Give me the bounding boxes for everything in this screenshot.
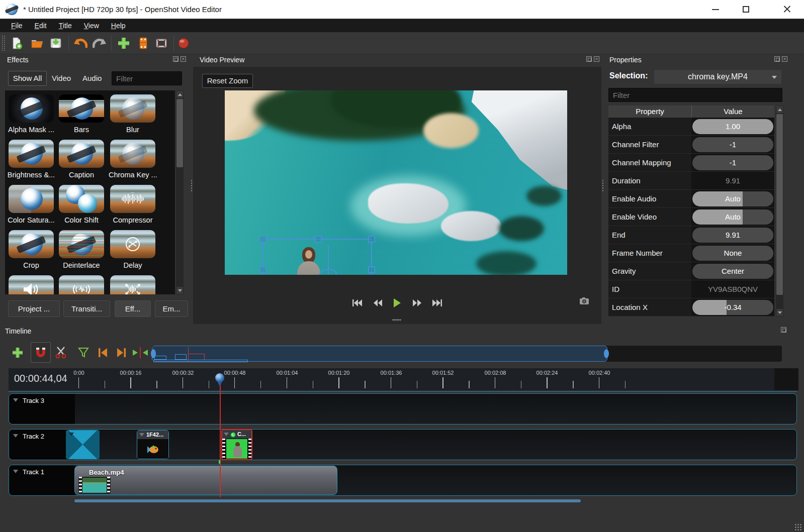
selection-dropdown[interactable]: chroma key.MP4 [654, 70, 781, 84]
track-1-header[interactable]: Track 1 [9, 465, 75, 495]
zoom-slider-left-handle[interactable] [151, 349, 156, 358]
menu-help[interactable]: Help [106, 20, 131, 31]
effect-item[interactable]: ABC 123 Caption [57, 140, 106, 179]
track-2-header[interactable]: Track 2 [9, 430, 75, 460]
property-value[interactable]: -0.34 [692, 300, 773, 315]
preview-float-icon[interactable] [586, 56, 592, 62]
effect-item[interactable] [7, 275, 55, 294]
chevron-down-icon[interactable] [224, 433, 229, 436]
property-value[interactable]: Auto [692, 191, 773, 206]
tab-effects[interactable]: Eff... [115, 300, 151, 317]
scroll-down-icon[interactable] [176, 287, 183, 294]
redo-button[interactable] [91, 36, 108, 51]
play-icon[interactable] [393, 298, 401, 307]
chevron-down-icon[interactable] [79, 471, 84, 474]
timeline-ruler[interactable]: 00:00:44,04 0:00 00:00:16 00:00:32 00:00… [9, 368, 798, 390]
effects-scrollbar-thumb[interactable] [176, 99, 183, 167]
chroma-key-clip-selected[interactable]: CC... [221, 429, 252, 460]
effect-item[interactable]: Chroma Key ... [109, 140, 157, 179]
property-value[interactable]: 9.91 [692, 228, 773, 243]
rewind-icon[interactable] [373, 299, 382, 307]
scroll-down-icon[interactable] [776, 309, 783, 316]
menu-view[interactable]: View [79, 20, 104, 31]
scroll-up-icon[interactable] [776, 106, 783, 113]
add-track-button[interactable] [9, 344, 27, 362]
property-value[interactable]: -1 [692, 137, 773, 152]
undo-button[interactable] [72, 36, 89, 51]
jump-to-start-icon[interactable] [352, 299, 362, 307]
chevron-down-icon[interactable] [13, 470, 18, 473]
property-value[interactable]: Auto [692, 209, 773, 225]
tab-emojis[interactable]: Em... [155, 300, 188, 317]
export-video-button[interactable] [175, 36, 192, 51]
close-button[interactable] [775, 0, 798, 19]
save-project-button[interactable] [47, 36, 64, 51]
choose-profile-button[interactable] [135, 36, 152, 51]
maximize-button[interactable] [734, 0, 757, 19]
chevron-down-icon[interactable] [13, 434, 18, 438]
chevron-down-icon[interactable] [69, 433, 74, 436]
preview-close-icon[interactable]: × [594, 56, 599, 62]
property-value[interactable]: -1 [692, 155, 773, 170]
menu-title[interactable]: Title [54, 20, 77, 31]
effect-item[interactable]: Bars [57, 94, 106, 134]
zoom-slider-right-handle[interactable] [604, 349, 609, 358]
previous-marker-button[interactable] [94, 344, 112, 362]
effect-item[interactable] [109, 275, 157, 294]
effect-item[interactable]: Color Satura... [7, 185, 55, 224]
clip-transform-selection[interactable] [262, 239, 372, 275]
transform-handle[interactable] [259, 236, 266, 243]
effect-item[interactable]: Deinterlace [57, 230, 106, 269]
scroll-up-icon[interactable] [176, 91, 183, 98]
jump-to-end-icon[interactable] [432, 299, 442, 307]
effects-filter-input[interactable] [112, 71, 182, 85]
preview-splitter-handle[interactable] [392, 319, 401, 321]
audio-clip-1f42[interactable]: 1F42... [137, 430, 169, 459]
effects-tab-video[interactable]: Video [52, 71, 71, 86]
transform-handle[interactable] [368, 236, 375, 243]
effect-item[interactable]: Color Shift [57, 185, 106, 224]
reset-zoom-button[interactable]: Reset Zoom [202, 74, 253, 88]
effects-tab-audio[interactable]: Audio [82, 71, 102, 86]
effects-scrollbar[interactable] [176, 90, 184, 294]
effect-item[interactable]: Brightness &... [7, 140, 55, 179]
track-3-header[interactable]: Track 3 [9, 394, 75, 424]
preview-properties-splitter[interactable] [602, 179, 604, 192]
razor-button[interactable] [52, 344, 70, 362]
window-resize-grip[interactable] [794, 523, 801, 530]
transform-handle[interactable] [259, 266, 266, 273]
menu-file[interactable]: File [6, 20, 28, 31]
effect-item[interactable]: Crop [7, 230, 55, 269]
effect-item[interactable]: Compressor [109, 185, 157, 224]
video-frame[interactable] [225, 90, 567, 275]
properties-float-icon[interactable] [774, 56, 780, 62]
properties-scrollbar-thumb[interactable] [776, 114, 783, 295]
chevron-down-icon[interactable] [139, 433, 144, 437]
new-project-button[interactable] [8, 36, 25, 51]
fullscreen-button[interactable] [153, 36, 170, 51]
property-value[interactable]: Center [692, 264, 773, 279]
timeline-horizontal-scrollbar[interactable] [74, 499, 581, 502]
effects-tab-show-all[interactable]: Show All [8, 71, 47, 86]
open-project-button[interactable] [29, 36, 46, 51]
effect-item[interactable]: Delay [109, 230, 157, 269]
timeline-float-icon[interactable] [781, 327, 786, 333]
menu-edit[interactable]: Edit [30, 20, 52, 31]
track-2-lane[interactable]: Track 2 [9, 429, 797, 460]
minimize-button[interactable] [704, 0, 727, 19]
effect-item[interactable]: Alpha Mask ... [7, 94, 55, 134]
property-value[interactable]: 1.00 [692, 119, 773, 134]
properties-filter-input[interactable] [608, 88, 782, 102]
transform-handle[interactable] [315, 236, 322, 243]
effect-item[interactable]: Blur [109, 94, 157, 134]
effect-item[interactable] [57, 275, 106, 294]
transform-handle[interactable] [368, 266, 375, 273]
center-playhead-button[interactable] [130, 344, 151, 362]
tab-transitions[interactable]: Transiti... [63, 300, 110, 317]
chevron-down-icon[interactable] [13, 398, 18, 402]
snapping-toggle-button[interactable] [31, 342, 51, 363]
tab-project-files[interactable]: Project ... [8, 300, 60, 317]
effects-preview-splitter[interactable] [191, 179, 193, 192]
snapshot-camera-icon[interactable] [579, 297, 589, 307]
import-files-button[interactable] [115, 36, 132, 51]
